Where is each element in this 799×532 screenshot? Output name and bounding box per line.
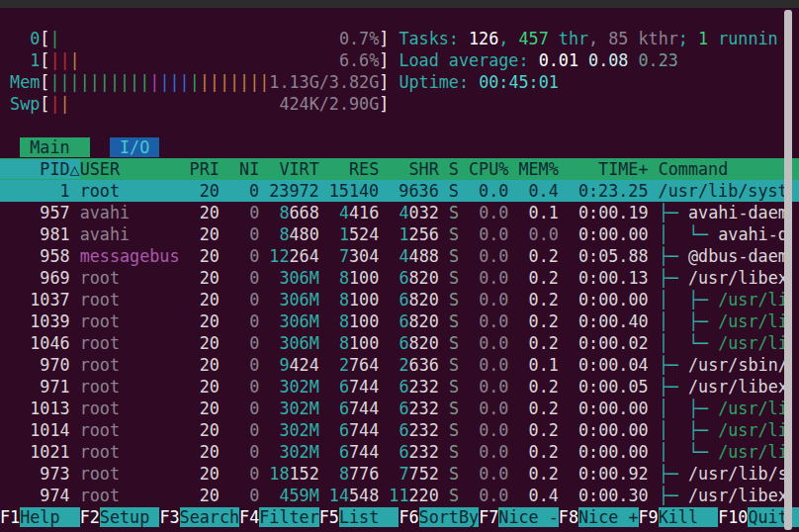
fkey-list-button[interactable]: F5List — [319, 507, 400, 527]
screen-tabs: Main I/O — [0, 136, 799, 158]
fkey-key-label: F10 — [718, 507, 748, 527]
swap-meter: Swp[|| 424K/2.90G] — [0, 93, 799, 115]
meter-bar: | — [149, 72, 159, 92]
meter-bar: || — [49, 50, 69, 70]
fkey-action-label: Filter — [259, 507, 319, 527]
col-shr[interactable]: SHR — [379, 159, 439, 179]
scrollbar[interactable] — [784, 10, 792, 530]
fkey-key-label: F9 — [639, 507, 659, 527]
process-row-1014[interactable]: 1014 root 20 0 302M 6744 6232 S 0.0 0.2 … — [0, 419, 799, 441]
meter-bar: ||||||| — [200, 72, 270, 92]
header-meters: 0[| 0.7%] Tasks: 126, 457 thr, 85 kthr; … — [0, 28, 799, 115]
col-res[interactable]: RES — [319, 159, 380, 179]
fkey-help-button[interactable]: F1Help — [0, 507, 80, 527]
top-spacer — [0, 8, 799, 28]
process-row-969[interactable]: 969 root 20 0 306M 8100 6820 S 0.0 0.2 0… — [0, 267, 799, 289]
fkey-key-label: F2 — [80, 507, 100, 527]
col-state[interactable]: S — [439, 159, 459, 179]
fkey-kill-button[interactable]: F9Kill — [639, 507, 719, 527]
process-row-971[interactable]: 971 root 20 0 302M 6744 6232 S 0.0 0.2 0… — [0, 376, 799, 398]
meter-bar: | — [190, 72, 200, 92]
process-row-1021[interactable]: 1021 root 20 0 302M 6744 6232 S 0.0 0.2 … — [0, 441, 799, 463]
fkey-key-label: F5 — [319, 507, 339, 527]
col-virt[interactable]: VIRT — [259, 159, 319, 179]
col-mem[interactable]: MEM% — [508, 159, 558, 179]
column-header-row: PID△USER PRI NI VIRT RES SHR S CPU% MEM%… — [0, 158, 799, 180]
fkey-key-label: F6 — [399, 507, 418, 527]
meter-bar: | — [49, 29, 59, 48]
process-row-1046[interactable]: 1046 root 20 0 306M 8100 6820 S 0.0 0.2 … — [0, 332, 799, 354]
col-time[interactable]: TIME+ — [559, 159, 649, 179]
blank-line — [0, 115, 799, 136]
fkey-setup-button[interactable]: F2Setup — [80, 507, 160, 527]
process-row-958[interactable]: 958 messagebus 20 0 12264 7304 4488 S 0.… — [0, 245, 799, 267]
fkey-action-label: List — [339, 507, 400, 527]
function-key-bar: F1Help F2Setup F3SearchF4FilterF5List F6… — [0, 506, 799, 528]
meter-bar: ||| — [159, 72, 189, 92]
swap-meter-label: Swp — [0, 94, 40, 114]
fkey-action-label: Kill — [659, 507, 719, 527]
cpu1-meter-label: 1 — [0, 50, 40, 70]
fkey-action-label: Setup — [100, 507, 160, 527]
memory-meter: Mem[||||||||||||||||||||||1.13G/3.82G] U… — [0, 71, 799, 93]
meter-bar: |||||||||| — [49, 72, 149, 92]
process-row-981[interactable]: 981 avahi 20 0 8480 1524 1256 S 0.0 0.0 … — [0, 223, 799, 245]
process-row-970[interactable]: 970 root 20 0 9424 2764 2636 S 0.0 0.1 0… — [0, 354, 799, 376]
meter-bar: | — [49, 94, 59, 114]
col-command[interactable]: Command — [649, 159, 798, 179]
meter-bar: | — [70, 50, 80, 70]
fkey-action-label: Search — [180, 507, 240, 527]
meter-bar: | — [60, 94, 70, 114]
memory-meter-label: Mem — [0, 72, 40, 92]
fkey-action-label: Nice + — [578, 507, 639, 527]
fkey-nice-plus-button[interactable]: F8Nice + — [559, 507, 639, 527]
fkey-key-label: F4 — [239, 507, 259, 527]
uptime: Uptime: 00:45:01 — [399, 72, 558, 92]
fkey-action-label: SortBy — [419, 507, 480, 527]
cpu0-meter-value: 0.7% — [339, 29, 379, 48]
col-pri[interactable]: PRI — [180, 159, 220, 179]
fkey-filter-button[interactable]: F4Filter — [239, 507, 319, 527]
process-row-957[interactable]: 957 avahi 20 0 8668 4416 4032 S 0.0 0.1 … — [0, 202, 799, 223]
process-row-1[interactable]: 1 root 20 0 23972 15140 9636 S 0.0 0.4 0… — [0, 180, 799, 202]
process-row-974[interactable]: 974 root 20 0 459M 14548 11220 S 0.0 0.4… — [0, 485, 799, 506]
fkey-key-label: F3 — [159, 507, 179, 527]
col-cpu[interactable]: CPU% — [459, 159, 508, 179]
process-row-1037[interactable]: 1037 root 20 0 306M 8100 6820 S 0.0 0.2 … — [0, 289, 799, 310]
fkey-action-label: Nice - — [498, 507, 559, 527]
fkey-action-label: Help — [20, 507, 80, 527]
fkey-search-button[interactable]: F3Search — [159, 507, 239, 527]
tasks-summary: Tasks: 126, 457 thr, 85 kthr; 1 runnin — [399, 29, 777, 48]
process-row-1013[interactable]: 1013 root 20 0 302M 6744 6232 S 0.0 0.2 … — [0, 398, 799, 419]
swap-meter-value: 424K/2.90G — [279, 94, 379, 114]
process-row-1039[interactable]: 1039 root 20 0 306M 8100 6820 S 0.0 0.2 … — [0, 310, 799, 332]
memory-meter-value: 1.13G/3.82G — [269, 72, 379, 92]
process-row-973[interactable]: 973 root 20 0 18152 8776 7752 S 0.0 0.2 … — [0, 463, 799, 485]
cpu0-meter-label: 0 — [0, 29, 40, 48]
window-top-edge — [0, 0, 799, 8]
fkey-key-label: F8 — [559, 507, 578, 527]
col-ni[interactable]: NI — [220, 159, 259, 179]
cpu0-meter: 0[| 0.7%] Tasks: 126, 457 thr, 85 kthr; … — [0, 28, 799, 49]
fkey-nice-minus-button[interactable]: F7Nice - — [479, 507, 559, 527]
fkey-key-label: F7 — [479, 507, 498, 527]
cpu1-meter-value: 6.6% — [339, 50, 379, 70]
load-average: Load average: 0.01 0.08 0.23 — [399, 50, 677, 70]
terminal-screen: 0[| 0.7%] Tasks: 126, 457 thr, 85 kthr; … — [0, 8, 799, 528]
tab-io[interactable]: I/O — [110, 137, 159, 157]
tab-main[interactable]: Main — [20, 137, 90, 157]
col-user[interactable]: USER — [80, 159, 180, 179]
process-table: 1 root 20 0 23972 15140 9636 S 0.0 0.4 0… — [0, 180, 799, 506]
col-pid[interactable]: PID△ — [0, 159, 80, 179]
cpu1-meter: 1[||| 6.6%] Load average: 0.01 0.08 0.23 — [0, 49, 799, 71]
fkey-key-label: F1 — [0, 507, 20, 527]
fkey-sortby-button[interactable]: F6SortBy — [399, 507, 479, 527]
